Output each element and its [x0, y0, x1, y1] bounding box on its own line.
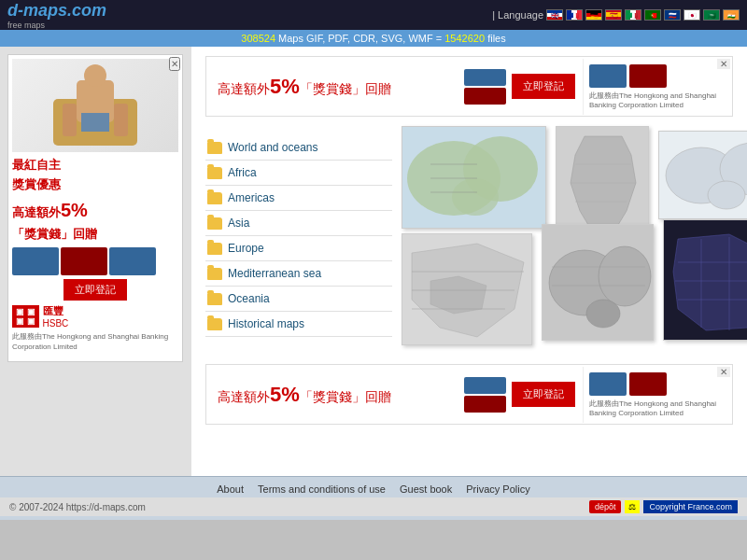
ad-register-button[interactable]: 立即登記 — [63, 279, 127, 301]
bank-english: HSBC — [43, 318, 69, 329]
footer-link-guest[interactable]: Guest book — [400, 483, 452, 495]
nav-link-asia[interactable]: Asia — [228, 217, 249, 230]
banner-right-card-1 — [589, 64, 627, 88]
thumb-asia[interactable] — [402, 233, 532, 345]
world-outline-svg — [659, 132, 747, 219]
thumb-world-1[interactable] — [402, 126, 546, 229]
folder-icon-historical — [207, 318, 222, 330]
footer-copyright: © 2007-2024 https://d-maps.com dépôt ⚖ C… — [0, 497, 747, 516]
world-map-svg — [402, 127, 546, 229]
banner-headline: 高達額外5%「獎賞錢」回贈 — [218, 81, 391, 96]
ad-close-button[interactable]: ✕ — [169, 57, 180, 71]
lang-flag-ja[interactable]: 🇯🇵 — [684, 9, 700, 21]
nav-item-historical[interactable]: Historical maps — [205, 312, 392, 337]
ad-image — [12, 59, 178, 152]
bottom-right-card-2 — [629, 372, 667, 396]
stats-count2-link[interactable]: 1542620 — [444, 33, 485, 44]
asia-map-svg — [402, 234, 532, 345]
nav-link-oceania[interactable]: Oceania — [228, 292, 270, 305]
nav-item-world[interactable]: World and oceans — [205, 135, 392, 161]
folder-icon-world — [207, 142, 222, 154]
bottom-banner-close-button[interactable]: ✕ — [717, 367, 730, 377]
lang-flag-fr[interactable]: 🇫🇷 — [566, 9, 583, 21]
map-thumbnails — [402, 126, 733, 350]
banner-ad-right-text: 此服務由The Hongkong and Shanghai Banking Co… — [583, 59, 732, 115]
bottom-card-2 — [464, 396, 506, 413]
footer: About Terms and conditions of use Guest … — [0, 476, 747, 520]
nav-link-world[interactable]: World and oceans — [228, 141, 318, 154]
folder-icon-americas — [207, 192, 222, 204]
ad-cards — [12, 247, 178, 275]
banner-ad-mid: 立即登記 — [464, 69, 583, 105]
svg-point-2 — [84, 64, 106, 87]
ad-card-1 — [12, 247, 59, 275]
logo[interactable]: d-maps.com — [7, 1, 106, 20]
left-ad-box: ✕ 最紅自主 獎賞優惠 高達額外5% 「獎賞 — [7, 54, 183, 362]
bottom-right-card-1 — [589, 372, 627, 396]
ad-person-svg — [49, 62, 142, 150]
language-label: | Language — [492, 9, 543, 21]
bottom-banner-text: 高達額外5%「獎賞錢」回贈 — [206, 375, 464, 414]
nav-item-asia[interactable]: Asia — [205, 211, 392, 236]
nav-item-oceania[interactable]: Oceania — [205, 287, 392, 312]
nav-link-historical[interactable]: Historical maps — [228, 317, 304, 330]
nav-link-americas[interactable]: Americas — [228, 191, 275, 204]
footer-link-terms[interactable]: Terms and conditions of use — [258, 483, 386, 495]
ad-card-2 — [61, 247, 107, 275]
footer-link-about[interactable]: About — [217, 483, 244, 495]
ad-bank-logo: ▣ ▣▣ ▣ 匯豐 HSBC — [12, 304, 178, 329]
folder-icon-asia — [207, 217, 222, 230]
nav-link-mediterranean[interactable]: Mediterranean sea — [228, 267, 321, 280]
footer-links: About Terms and conditions of use Guest … — [0, 481, 747, 497]
banner-register-button[interactable]: 立即登記 — [512, 74, 575, 99]
bottom-banner-cards — [464, 377, 506, 413]
bottom-banner-headline: 高達額外5%「獎賞錢」回贈 — [218, 389, 391, 404]
nav-item-americas[interactable]: Americas — [205, 186, 392, 211]
nav-link-europe[interactable]: Europe — [228, 242, 264, 255]
ad-headline: 最紅自主 獎賞優惠 高達額外5% 「獎賞錢」回贈 — [12, 156, 178, 244]
language-bar: | Language 🇬🇧 🇫🇷 🇩🇪 🇪🇸 🇮🇹 🇵🇹 🇷🇺 🇯🇵 🇸🇦 🇮🇳 — [492, 9, 740, 21]
legal-icon: ⚖ — [625, 500, 640, 513]
bottom-banner-mid: 立即登記 — [464, 377, 583, 413]
nav-link-africa[interactable]: Africa — [228, 166, 257, 179]
thumb-world-small[interactable] — [542, 224, 654, 341]
banner-close-button[interactable]: ✕ — [717, 59, 730, 69]
logo-subtitle: free maps — [7, 21, 106, 30]
europe-map-svg — [664, 220, 747, 341]
navigation-list: World and oceans Africa Americas Asia Eu… — [205, 135, 392, 337]
ad-disclaimer: 此服務由The Hongkong and Shanghai Banking Co… — [12, 332, 178, 352]
lang-flag-es[interactable]: 🇪🇸 — [605, 9, 622, 21]
banner-ad-text: 高達額外5%「獎賞錢」回贈 — [206, 67, 464, 106]
ad-card-3 — [109, 247, 156, 275]
stats-text2: files — [487, 33, 506, 44]
thumb-world-outline[interactable] — [658, 131, 747, 219]
content-area: World and oceans Africa Americas Asia Eu… — [205, 126, 733, 350]
lang-flag-de[interactable]: 🇩🇪 — [585, 9, 602, 21]
nav-item-europe[interactable]: Europe — [205, 236, 392, 261]
lang-flag-en[interactable]: 🇬🇧 — [546, 9, 563, 21]
stats-count-link[interactable]: 308524 — [241, 33, 275, 44]
bottom-card-1 — [464, 377, 506, 394]
nav-item-africa[interactable]: Africa — [205, 161, 392, 186]
world-small-svg — [543, 225, 654, 341]
copyright-text: © 2007-2024 https://d-maps.com — [9, 502, 146, 512]
ad-inner: ✕ 最紅自主 獎賞優惠 高達額外5% 「獎賞 — [8, 55, 182, 356]
lang-flag-pt[interactable]: 🇵🇹 — [644, 9, 661, 21]
nav-item-mediterranean[interactable]: Mediterranean sea — [205, 261, 392, 287]
thumb-europe[interactable] — [663, 219, 747, 341]
lang-flag-ar[interactable]: 🇸🇦 — [703, 9, 720, 21]
stats-bar: 308524 Maps GIF, PDF, CDR, SVG, WMF = 15… — [0, 30, 747, 47]
bottom-register-button[interactable]: 立即登記 — [512, 382, 575, 407]
bottom-banner-ad: 高達額外5%「獎賞錢」回贈 立即登記 此服務由The Hongkong and … — [205, 364, 733, 425]
svg-rect-4 — [63, 104, 77, 136]
footer-link-privacy[interactable]: Privacy Policy — [466, 483, 529, 495]
banner-cards — [464, 69, 506, 105]
lang-flag-ru[interactable]: 🇷🇺 — [664, 9, 681, 21]
lang-flag-hi[interactable]: 🇮🇳 — [723, 9, 740, 21]
lang-flag-it[interactable]: 🇮🇹 — [625, 9, 641, 21]
deposit-badge: dépôt — [589, 500, 622, 513]
svg-rect-3 — [81, 113, 109, 132]
banner-card-1 — [464, 69, 506, 86]
folder-icon-europe — [207, 243, 222, 255]
header: d-maps.com free maps | Language 🇬🇧 🇫🇷 🇩🇪… — [0, 0, 747, 30]
